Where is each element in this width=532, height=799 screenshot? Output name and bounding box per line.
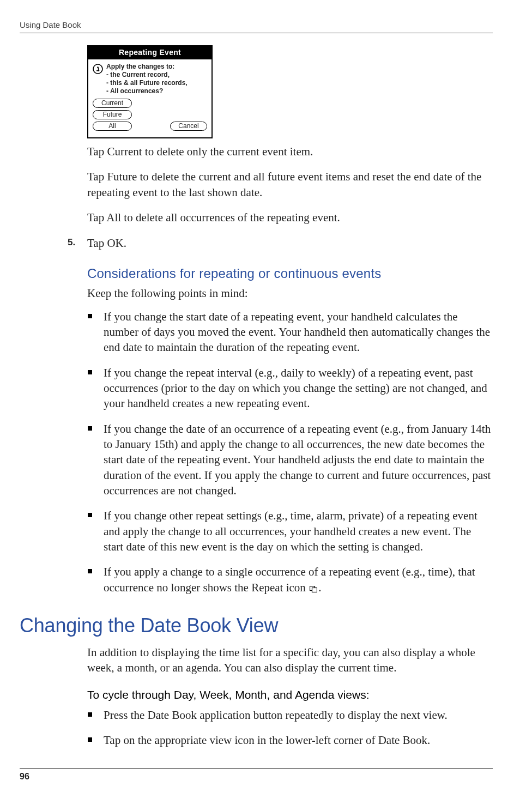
changing-view-intro: In addition to displaying the time list … [87, 645, 493, 676]
considerations-list: If you change the start date of a repeat… [87, 309, 493, 597]
considerations-intro: Keep the following points in mind: [87, 286, 493, 301]
dialog-future-button: Future [93, 110, 132, 119]
step-5: 5. Tap OK. [87, 235, 493, 251]
dialog-option-current: - the Current record, [106, 71, 188, 79]
repeating-event-dialog-figure: Repeating Event Apply the changes to: - … [87, 45, 213, 138]
svg-point-0 [93, 64, 102, 74]
repeat-icon [310, 581, 317, 596]
dialog-prompt-text: Apply the changes to: [106, 63, 188, 71]
dialog-cancel-button: Cancel [170, 122, 207, 131]
consideration-item: If you change the repeat interval (e.g.,… [87, 365, 493, 411]
consideration-item-text-a: If you apply a change to a single occurr… [104, 565, 475, 594]
cycle-item: Tap on the appropriate view icon in the … [87, 733, 493, 748]
tap-current-text: Tap Current to delete only the current e… [87, 144, 493, 159]
considerations-heading: Considerations for repeating or continuo… [87, 265, 493, 282]
dialog-option-future: - this & all Future records, [106, 79, 188, 87]
changing-view-heading: Changing the Date Book View [20, 613, 493, 639]
info-icon [93, 63, 103, 73]
consideration-item: If you change the start date of a repeat… [87, 309, 493, 355]
cycle-item: Press the Date Book application button r… [87, 707, 493, 723]
footer-rule [20, 768, 493, 768]
consideration-item: If you apply a change to a single occurr… [87, 564, 493, 596]
consideration-item-text-b: . [318, 581, 321, 594]
dialog-current-button: Current [93, 99, 132, 108]
page-number: 96 [20, 771, 29, 783]
dialog-option-all: - All occurrences? [106, 87, 188, 95]
header-rule [20, 33, 493, 33]
dialog-prompt: Apply the changes to: - the Current reco… [106, 63, 188, 95]
step-number: 5. [68, 237, 75, 249]
svg-rect-2 [312, 588, 317, 592]
step-5-text: Tap OK. [87, 237, 126, 250]
cycle-views-list: Press the Date Book application button r… [87, 707, 493, 748]
tap-all-text: Tap All to delete all occurrences of the… [87, 210, 493, 225]
dialog-title: Repeating Event [88, 46, 211, 59]
dialog-all-button: All [93, 122, 132, 131]
consideration-item: If you change the date of an occurrence … [87, 421, 493, 499]
running-header: Using Date Book [20, 20, 493, 31]
cycle-views-heading: To cycle through Day, Week, Month, and A… [87, 687, 493, 703]
consideration-item: If you change other repeat settings (e.g… [87, 508, 493, 554]
tap-future-text: Tap Future to delete the current and all… [87, 169, 493, 200]
